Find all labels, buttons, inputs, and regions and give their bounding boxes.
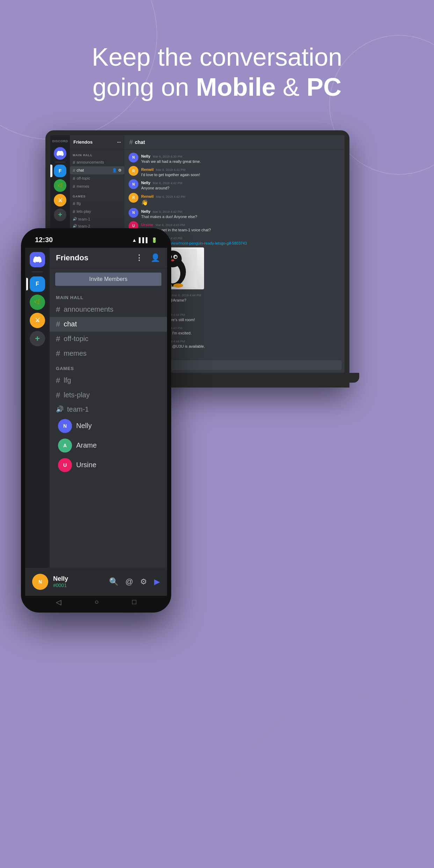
back-nav-icon[interactable]: ◁: [56, 598, 61, 606]
phone-add-server-button[interactable]: +: [30, 331, 45, 346]
phone-games-group: GAMES: [50, 361, 167, 373]
message-timestamp: Mar 6, 2019 4:42 PM: [156, 195, 186, 198]
discord-label: DISCORD: [52, 138, 68, 145]
server-sims-icon[interactable]: 🌿: [54, 179, 66, 192]
main-hall-group: MAIN HALL: [70, 149, 124, 158]
hash-icon: #: [56, 334, 60, 343]
phone-server-icons: F 🌿 ⚔ +: [25, 248, 50, 568]
message-content: Renwil Mar 6, 2019 4:41 PM I'd love to g…: [141, 166, 340, 177]
phone-channel-team1[interactable]: 🔊 team-1: [50, 403, 167, 416]
message-content: Nelly Mar 6, 2019 4:42 PM Anyone around?: [141, 179, 340, 190]
avatar: R: [129, 166, 138, 176]
channel-name: team-1: [67, 405, 89, 413]
phone-server-war-icon[interactable]: ⚔: [30, 313, 45, 328]
phone-channel-lfg[interactable]: # lfg: [50, 373, 167, 388]
more-options-icon[interactable]: ⋮: [135, 253, 144, 262]
channel-name: memes: [77, 184, 89, 188]
send-icon[interactable]: ▶: [154, 577, 160, 586]
avatar: N: [129, 208, 138, 218]
message-timestamp: Mar 6, 2019 4:44 PM: [172, 294, 201, 297]
phone-channel-lets-play[interactable]: # lets-play: [50, 388, 167, 403]
message-content: Nelly Mar 6, 2019 4:30 PM Yeah we all ha…: [141, 153, 340, 164]
channel-lets-play[interactable]: # lets-play: [70, 208, 124, 216]
message-text: That makes a duo! Anyone else?: [141, 214, 340, 219]
message-row: N Nelly Mar 6, 2019 4:30 PM Yeah we all …: [129, 153, 340, 164]
message-username: Nelly Mar 6, 2019 4:42 PM: [141, 209, 182, 214]
server-war-icon[interactable]: ⚔: [54, 194, 66, 207]
hash-icon: #: [73, 160, 75, 165]
voice-icon: 🔊: [73, 217, 77, 221]
channel-name: lfg: [64, 376, 71, 384]
mention-icon[interactable]: @: [125, 577, 133, 586]
message-content: Nelly Mar 6, 2019 4:42 PM That makes a d…: [141, 208, 340, 219]
message-text: I'm in! Let's get in the team-1 voice ch…: [141, 227, 340, 232]
message-row: N Nelly Mar 6, 2019 4:42 PM That makes a…: [129, 208, 340, 219]
message-row: R Renwil Mar 6, 2019 4:42 PM 👋: [129, 193, 340, 206]
channel-name: chat: [64, 320, 77, 328]
chat-channel-title: chat: [135, 139, 145, 145]
message-username: Ursine Mar 6, 2019 4:43 PM: [141, 223, 185, 227]
message-text: Yeah we all had a really great time.: [141, 159, 340, 164]
phone-discord-icon[interactable]: [30, 252, 45, 267]
channel-name: off-topic: [64, 335, 88, 343]
member-avatar: U: [58, 458, 72, 472]
user-tag: #0001: [53, 583, 104, 588]
phone-channel-memes[interactable]: # memes: [50, 346, 167, 361]
phone-server-header[interactable]: Friendos ⋮ 👤: [50, 248, 167, 268]
add-server-button[interactable]: +: [54, 209, 66, 221]
phone-server-f-icon[interactable]: F: [30, 276, 45, 292]
phone-channel-announcements[interactable]: # announcements: [50, 302, 167, 317]
invite-members-button[interactable]: Invite Members: [55, 273, 161, 286]
phone-header-icons: ⋮ 👤: [135, 253, 161, 262]
hash-icon: #: [73, 209, 75, 214]
channel-announcements[interactable]: # announcements: [70, 158, 124, 166]
channel-icons: 👤 ⚙: [112, 168, 122, 173]
phone-server-sims-icon[interactable]: 🌿: [30, 295, 45, 310]
status-icons: ▲ ▌▌▌ 🔋: [132, 237, 157, 243]
discord-home-icon[interactable]: [54, 147, 66, 160]
channel-memes[interactable]: # memes: [70, 182, 124, 190]
phone-channel-off-topic[interactable]: # off-topic: [50, 332, 167, 346]
channel-team1[interactable]: 🔊 team-1: [70, 216, 124, 223]
members-icon[interactable]: 👤: [151, 253, 161, 262]
message-timestamp: Mar 6, 2019 4:42 PM: [153, 210, 182, 214]
message-username: Nelly Mar 6, 2019 4:30 PM: [141, 154, 182, 158]
message-row: N Nelly Mar 6, 2019 4:42 PM Anyone aroun…: [129, 179, 340, 190]
message-username: Renwil Mar 6, 2019 4:41 PM: [141, 167, 186, 172]
message-timestamp: Mar 6, 2019 4:42 PM: [153, 181, 182, 185]
channel-name: lfg: [77, 201, 81, 205]
hero-line1: Keep the conversation: [92, 43, 342, 71]
server-name: Friendos: [73, 139, 93, 145]
channel-lfg[interactable]: # lfg: [70, 200, 124, 208]
recents-nav-icon[interactable]: □: [132, 598, 136, 606]
phone-status-bar: 12:30 ▲ ▌▌▌ 🔋: [25, 232, 167, 248]
chat-header: # chat: [124, 135, 345, 150]
voice-member-arame: A Arame: [50, 436, 167, 455]
member-name: Arame: [76, 441, 97, 449]
battery-icon: 🔋: [151, 237, 157, 243]
message-row: R Renwil Mar 6, 2019 4:41 PM I'd love to…: [129, 166, 340, 177]
voice-member-nelly: N Nelly: [50, 416, 167, 436]
settings-icon[interactable]: ⚙: [140, 577, 147, 586]
channel-name: team-2: [78, 224, 90, 228]
wifi-icon: ▲: [132, 237, 137, 243]
hash-icon: #: [56, 320, 60, 329]
server-header[interactable]: Friendos ···: [70, 135, 124, 149]
avatar: N: [129, 153, 138, 162]
channel-name: announcements: [77, 160, 104, 164]
message-timestamp: Mar 6, 2019 4:41 PM: [156, 168, 186, 172]
channel-chat[interactable]: # chat 👤 ⚙: [70, 166, 124, 174]
server-f-icon[interactable]: F: [54, 165, 66, 177]
search-icon[interactable]: 🔍: [109, 577, 118, 586]
phone-navigation-bar: ◁ ○ □: [25, 596, 167, 608]
channel-off-topic[interactable]: # off-topic: [70, 174, 124, 182]
user-avatar: N: [32, 574, 48, 590]
phone-channel-chat[interactable]: # chat: [50, 317, 167, 332]
username: Nelly: [53, 575, 104, 583]
voice-member-ursine: U Ursine: [50, 455, 167, 475]
message-content: Renwil Mar 6, 2019 4:42 PM 👋: [141, 193, 340, 206]
message-text: I'd love to get together again soon!: [141, 172, 340, 177]
member-avatar: N: [58, 419, 72, 433]
home-nav-icon[interactable]: ○: [94, 598, 99, 606]
member-name: Nelly: [76, 422, 92, 430]
